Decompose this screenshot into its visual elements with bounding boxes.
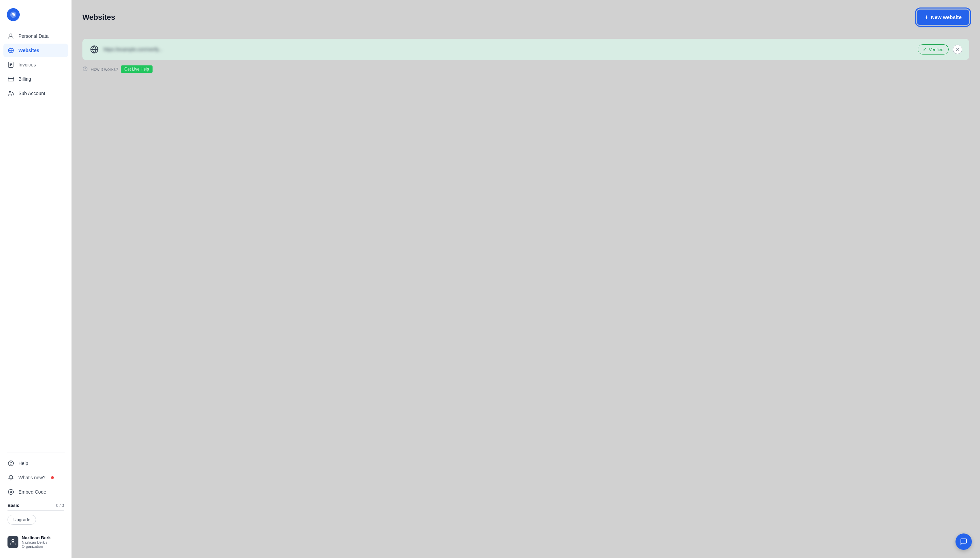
- checkmark-icon: ✓: [923, 47, 927, 52]
- new-website-button-label: New website: [931, 14, 962, 20]
- plan-section: Basic 0 / 0 Upgrade: [3, 499, 68, 528]
- main-nav: Personal Data Websites Invoices: [0, 29, 72, 449]
- sidebar-item-label: Personal Data: [18, 33, 49, 39]
- embed-icon: [8, 489, 14, 495]
- remove-website-button[interactable]: ✕: [953, 44, 962, 54]
- invoice-icon: [8, 61, 14, 68]
- new-website-button-wrapper: + New website: [917, 10, 969, 25]
- chat-fab-button[interactable]: [955, 533, 972, 550]
- sidebar-item-label: Invoices: [18, 62, 36, 67]
- bell-icon: [8, 474, 14, 481]
- svg-point-6: [9, 91, 11, 93]
- person-icon: [8, 33, 14, 39]
- svg-point-10: [10, 491, 12, 493]
- sidebar-item-personal-data[interactable]: Personal Data: [3, 29, 68, 43]
- svg-point-2: [10, 34, 12, 36]
- sidebar-item-billing[interactable]: Billing: [3, 72, 68, 86]
- main-content: Websites + New website https://example.c…: [72, 0, 980, 558]
- sidebar-bottom: Help What's new? Embed Code: [0, 449, 72, 553]
- sidebar-item-sub-account[interactable]: Sub Account: [3, 87, 68, 100]
- how-it-works-section: How it works? Get Live Help: [82, 66, 969, 73]
- plan-name: Basic: [8, 503, 20, 508]
- svg-point-1: [13, 14, 14, 15]
- user-section[interactable]: Nazlican Berk Nazlican Berk's Organizati…: [3, 531, 68, 553]
- page-header: Websites + New website: [82, 10, 969, 25]
- help-icon: [8, 460, 14, 467]
- sidebar-item-label: Sub Account: [18, 90, 45, 96]
- billing-icon: [8, 75, 14, 82]
- new-website-button[interactable]: + New website: [917, 10, 969, 25]
- sidebar-item-embed-code[interactable]: Embed Code: [3, 485, 68, 499]
- avatar: [8, 536, 18, 548]
- sidebar-item-label: What's new?: [18, 475, 46, 480]
- sidebar-logo[interactable]: [0, 5, 72, 29]
- website-left: https://example.com/verify...: [89, 44, 162, 54]
- plan-bar: [8, 510, 64, 511]
- sidebar-item-whats-new[interactable]: What's new?: [3, 471, 68, 484]
- sidebar-item-invoices[interactable]: Invoices: [3, 58, 68, 72]
- svg-rect-4: [8, 62, 13, 68]
- notification-dot: [51, 476, 54, 479]
- upgrade-button[interactable]: Upgrade: [8, 515, 36, 525]
- svg-point-14: [85, 69, 85, 70]
- sidebar-item-help[interactable]: Help: [3, 456, 68, 470]
- website-globe-icon: [89, 44, 100, 54]
- plan-count: 0 / 0: [56, 503, 64, 508]
- sub-account-icon: [8, 90, 14, 97]
- plus-icon: +: [924, 14, 928, 21]
- sidebar-item-websites[interactable]: Websites: [3, 44, 68, 57]
- website-url: https://example.com/verify...: [103, 47, 162, 52]
- sidebar: Personal Data Websites Invoices: [0, 0, 72, 558]
- close-icon: ✕: [955, 46, 960, 53]
- website-right: ✓ Verified ✕: [918, 44, 962, 54]
- svg-point-11: [12, 539, 14, 542]
- help-circle-icon: [82, 66, 88, 72]
- sidebar-item-label: Embed Code: [18, 489, 46, 495]
- header-divider: [72, 32, 980, 32]
- user-name: Nazlican Berk: [22, 535, 64, 540]
- website-card: https://example.com/verify... ✓ Verified…: [82, 39, 969, 60]
- svg-rect-5: [8, 77, 14, 81]
- sidebar-item-label: Websites: [18, 48, 39, 53]
- globe-icon: [8, 47, 14, 54]
- user-info: Nazlican Berk Nazlican Berk's Organizati…: [22, 535, 64, 548]
- sidebar-item-label: Help: [18, 461, 28, 466]
- app-logo[interactable]: [7, 8, 20, 21]
- verified-badge: ✓ Verified: [918, 44, 949, 54]
- how-it-works-text: How it works?: [91, 67, 118, 72]
- user-org: Nazlican Berk's Organization: [22, 540, 64, 548]
- get-live-help-button[interactable]: Get Live Help: [121, 66, 152, 73]
- page-title: Websites: [82, 13, 115, 22]
- verified-label: Verified: [929, 47, 944, 52]
- sidebar-item-label: Billing: [18, 76, 31, 82]
